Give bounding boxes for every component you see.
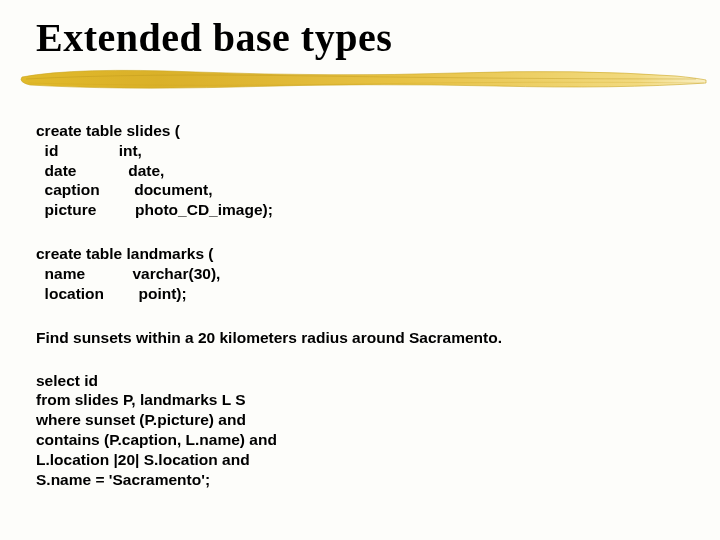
create-table-landmarks: create table landmarks ( name varchar(30…	[36, 244, 684, 303]
slide: Extended base types create table slides …	[0, 0, 720, 540]
select-query: select id from slides P, landmarks L S w…	[36, 371, 684, 490]
brush-stroke-icon	[16, 63, 716, 97]
query-description: Find sunsets within a 20 kilometers radi…	[36, 328, 684, 349]
create-table-slides: create table slides ( id int, date date,…	[36, 121, 684, 220]
decorative-rule	[36, 67, 684, 97]
page-title: Extended base types	[36, 14, 684, 61]
